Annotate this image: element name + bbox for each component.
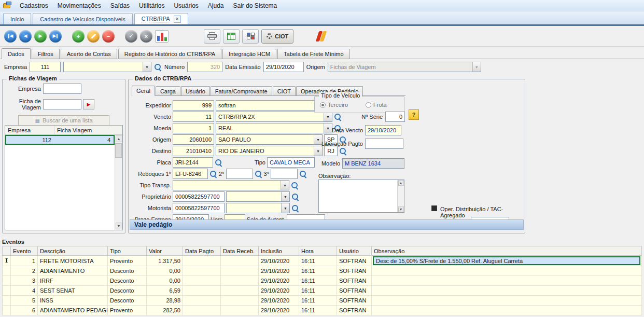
ctrb-tab-fatura-comprovante[interactable]: Fatura/Comprovante: [211, 86, 272, 95]
load-ficha-button[interactable]: ►: [83, 99, 94, 109]
confirm-button[interactable]: ✓: [125, 30, 137, 43]
cancel-button[interactable]: ×: [140, 30, 152, 43]
search-icon[interactable]: [154, 63, 162, 71]
data-emissao-input[interactable]: 29/10/2020: [263, 62, 304, 72]
numero-input[interactable]: 320: [187, 62, 222, 72]
search-icon[interactable]: [291, 182, 299, 189]
data-vencto-input[interactable]: 29/10/2020: [365, 125, 401, 135]
chevron-down-icon[interactable]: ▼: [324, 112, 332, 121]
events-row-selector[interactable]: I: [3, 256, 11, 266]
chevron-down-icon[interactable]: ▼: [281, 192, 289, 201]
vencto-code-input[interactable]: 11: [173, 112, 214, 122]
oper-distribuicao-checkbox[interactable]: [431, 205, 437, 212]
origem-code-input[interactable]: 2060100: [173, 134, 214, 145]
menu-item-ajuda[interactable]: Ajuda: [203, 1, 229, 10]
edit-record-button[interactable]: [87, 30, 100, 43]
ctrb-tab-usuario[interactable]: Usuário: [181, 86, 210, 95]
events-row[interactable]: 5INSSDesconto28,9829/10/202016:11SOFTRAN: [3, 296, 642, 306]
scrollbar-thumb[interactable]: [115, 143, 122, 158]
next-record-button[interactable]: ▶: [34, 30, 47, 43]
motorista-combo[interactable]: ▼: [226, 203, 290, 213]
motorista-input[interactable]: 00005822597700: [173, 203, 225, 213]
search-icon[interactable]: [299, 170, 307, 178]
search-icon[interactable]: [215, 159, 222, 167]
events-row[interactable]: 6ADIANTAMENTO PEDAGIO(+)Provento282,5029…: [3, 306, 642, 315]
close-icon[interactable]: ×: [174, 16, 181, 23]
chevron-down-icon[interactable]: ▼: [143, 62, 151, 72]
last-record-button[interactable]: ▶: [49, 30, 62, 43]
reboque3-input[interactable]: [271, 169, 298, 179]
menu-item-usuarios[interactable]: Usuários: [169, 1, 203, 10]
menu-item-sair-do-sistema[interactable]: Sair do Sistema: [229, 1, 282, 10]
events-row-selector[interactable]: [3, 266, 11, 276]
scroll-up-icon[interactable]: ▲: [116, 135, 122, 142]
search-icon[interactable]: [255, 170, 262, 178]
empresa-combo[interactable]: ▼: [63, 62, 151, 72]
tab-dados[interactable]: Dados: [2, 48, 31, 59]
proprietario-input[interactable]: 00005822597700: [173, 191, 225, 202]
modelo-input[interactable]: M BENZ 1634: [342, 158, 404, 169]
expedidor-code-input[interactable]: 999: [173, 100, 214, 111]
serie-input[interactable]: 0: [385, 112, 405, 122]
brand-icon[interactable]: [314, 30, 328, 43]
radio-frota[interactable]: Frota: [366, 102, 387, 108]
chevron-down-icon[interactable]: ▼: [281, 203, 289, 213]
events-row[interactable]: 3IRRFDesconto0,0029/10/202016:11SOFTRAN: [3, 276, 642, 286]
scroll-down-icon[interactable]: ▼: [116, 223, 122, 229]
help-button[interactable]: ?: [409, 109, 419, 120]
chevron-down-icon[interactable]: ▼: [314, 146, 322, 156]
add-record-button[interactable]: +: [72, 30, 85, 43]
reboque1-input[interactable]: EFU-8246: [173, 169, 208, 179]
search-icon[interactable]: [339, 147, 347, 155]
tab-tabela-de-frete-minimo[interactable]: Tabela de Frete Mínimo: [277, 49, 350, 59]
menu-item-saidas[interactable]: Saídas: [106, 1, 134, 10]
search-icon[interactable]: [291, 193, 299, 201]
tipo-transp-combo[interactable]: ▼: [173, 180, 289, 190]
integration-grid-button[interactable]: [242, 29, 259, 44]
ctrb-tab-geral[interactable]: Geral: [132, 86, 155, 96]
reboque2-input[interactable]: [226, 169, 253, 179]
destino-combo[interactable]: RIO DE JANEIRO▼: [216, 146, 323, 156]
fichas-grid-scrollbar[interactable]: ▲ ▼: [115, 135, 122, 230]
vencto-combo[interactable]: CTRB/RPA 2X▼: [216, 112, 332, 122]
menu-item-cadastros[interactable]: Cadastros: [15, 1, 53, 10]
tab-acerto-de-contas[interactable]: Acerto de Contas: [61, 49, 117, 59]
origem-combo[interactable]: Fichas de Viagem ▼: [328, 62, 481, 72]
ficha-viagem-input[interactable]: [43, 99, 81, 109]
chart-icon[interactable]: [155, 30, 169, 43]
destino-uf-input[interactable]: RJ: [324, 146, 338, 156]
vale-pedagio-header[interactable]: Vale pedágio: [130, 219, 524, 230]
fichas-empresa-input[interactable]: [43, 84, 81, 94]
observacao-textarea[interactable]: ▲ ▼: [318, 180, 404, 213]
export-spreadsheet-button[interactable]: [223, 29, 240, 44]
delete-record-button[interactable]: −: [102, 30, 115, 43]
window-tab-inicio[interactable]: Início: [3, 13, 31, 24]
events-row[interactable]: 2ADIANTAMENTODesconto0,0029/10/202016:11…: [3, 266, 642, 276]
menu-item-movimentacoes[interactable]: Movimentações: [53, 1, 106, 10]
empresa-input[interactable]: 111: [30, 62, 61, 72]
events-row[interactable]: I1FRETE MOTORISTAProvento1.317,5029/10/2…: [3, 256, 642, 266]
observacao-scrollbar[interactable]: ▲ ▼: [397, 180, 404, 212]
first-record-button[interactable]: ◀: [4, 30, 17, 43]
events-row-selector[interactable]: [3, 296, 11, 306]
window-tab-ctrb-rpa[interactable]: CTRB/RPA×: [134, 13, 188, 24]
search-icon[interactable]: [334, 113, 342, 121]
proprietario-combo[interactable]: ▼: [226, 191, 290, 202]
chevron-down-icon[interactable]: ▼: [281, 181, 289, 190]
scroll-down-icon[interactable]: ▼: [398, 206, 404, 212]
previous-record-button[interactable]: ◀: [19, 30, 32, 43]
tab-registro-de-historico-do-ctrb-rpa[interactable]: Registro de Histórico do CTRB/RPA: [118, 49, 221, 59]
events-row-selector[interactable]: [3, 286, 11, 296]
menu-item-utilitarios[interactable]: Utilitários: [134, 1, 169, 10]
buscar-lista-button[interactable]: ▦ Buscar de uma lista: [18, 115, 109, 126]
search-icon[interactable]: [291, 204, 299, 212]
search-icon[interactable]: [209, 170, 217, 178]
events-row-selector[interactable]: [3, 276, 11, 286]
ctrb-tab-carga[interactable]: Carga: [156, 86, 180, 95]
moeda-code-input[interactable]: 1: [173, 123, 214, 133]
placa-input[interactable]: JRI-2144: [173, 157, 213, 168]
tipo-veiculo-input[interactable]: CAVALO MECA: [267, 157, 315, 168]
liberacao-input[interactable]: [365, 139, 403, 149]
tab-filtros[interactable]: Filtros: [32, 49, 60, 59]
origem-cidade-combo[interactable]: SAO PAULO▼: [216, 134, 323, 145]
